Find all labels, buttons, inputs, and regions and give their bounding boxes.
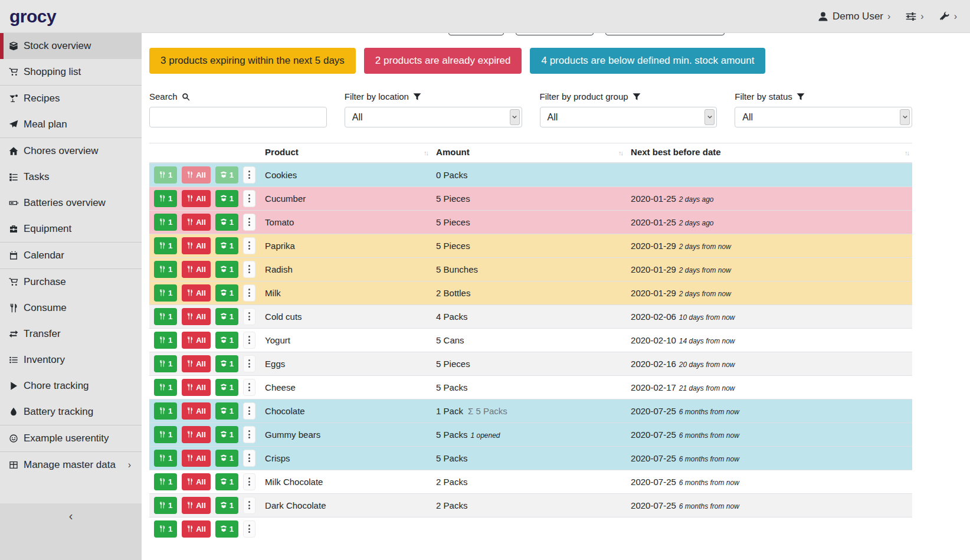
open-one-button[interactable]: 1 xyxy=(215,355,238,372)
open-one-button[interactable]: 1 xyxy=(215,284,238,302)
consume-one-button[interactable]: 1 xyxy=(154,166,177,184)
sidebar-item-recipes[interactable]: Recipes xyxy=(0,86,142,112)
utensils-icon xyxy=(159,266,166,273)
consume-all-button[interactable]: All xyxy=(182,497,211,514)
open-one-button[interactable]: 1 xyxy=(215,214,238,231)
column-header-amount[interactable]: Amount ↑↓ xyxy=(431,143,626,163)
consume-one-button[interactable]: 1 xyxy=(154,379,177,396)
row-menu-button[interactable] xyxy=(243,402,255,420)
row-menu-button[interactable] xyxy=(243,237,255,254)
sidebar-item-battery-tracking[interactable]: Battery tracking xyxy=(0,399,142,425)
consume-one-button[interactable]: 1 xyxy=(154,355,177,372)
open-one-button[interactable]: 1 xyxy=(215,520,238,538)
consume-all-button[interactable]: All xyxy=(182,520,211,538)
sidebar-item-consume[interactable]: Consume xyxy=(0,295,142,321)
row-menu-button[interactable] xyxy=(243,450,255,467)
row-menu-button[interactable] xyxy=(243,355,255,372)
collapse-sidebar-button[interactable]: ‹ xyxy=(61,508,81,524)
expired-banner[interactable]: 2 products are already expired xyxy=(364,48,522,74)
consume-all-button[interactable]: All xyxy=(182,355,211,372)
consume-all-button[interactable]: All xyxy=(182,166,211,184)
user-menu[interactable]: Demo User › xyxy=(818,11,890,22)
consume-one-button[interactable]: 1 xyxy=(154,214,177,231)
sidebar-item-manage-master-data[interactable]: Manage master data› xyxy=(0,452,142,478)
consume-one-button[interactable]: 1 xyxy=(154,426,177,443)
consume-all-button[interactable]: All xyxy=(182,402,211,420)
open-one-button[interactable]: 1 xyxy=(215,237,238,254)
open-one-button[interactable]: 1 xyxy=(215,473,238,490)
consume-one-button[interactable]: 1 xyxy=(154,450,177,467)
consume-one-button[interactable]: 1 xyxy=(154,261,177,278)
search-input[interactable] xyxy=(149,107,327,127)
filter-location-select[interactable]: All xyxy=(345,107,522,127)
app-logo[interactable]: grocy xyxy=(0,6,142,27)
open-one-button[interactable]: 1 xyxy=(215,379,238,396)
row-menu-button[interactable] xyxy=(243,166,255,184)
consume-all-button[interactable]: All xyxy=(182,214,211,231)
sidebar-item-purchase[interactable]: Purchase xyxy=(0,269,142,295)
sidebar-item-meal-plan[interactable]: Meal plan xyxy=(0,112,142,137)
consume-all-button[interactable]: All xyxy=(182,308,211,325)
open-one-button[interactable]: 1 xyxy=(215,450,238,467)
row-menu-button[interactable] xyxy=(243,284,255,302)
consume-one-button[interactable]: 1 xyxy=(154,308,177,325)
consume-one-button[interactable]: 1 xyxy=(154,402,177,420)
consume-one-button[interactable]: 1 xyxy=(154,497,177,514)
row-menu-button[interactable] xyxy=(243,214,255,231)
consume-one-button[interactable]: 1 xyxy=(154,190,177,207)
consume-one-button[interactable]: 1 xyxy=(154,473,177,490)
consume-one-button[interactable]: 1 xyxy=(154,332,177,349)
sidebar-item-calendar[interactable]: Calendar xyxy=(0,243,142,268)
sidebar-item-equipment[interactable]: Equipment xyxy=(0,216,142,242)
row-menu-button[interactable] xyxy=(243,520,255,538)
consume-all-button[interactable]: All xyxy=(182,261,211,278)
settings-menu[interactable]: › xyxy=(906,11,923,22)
row-menu-button[interactable] xyxy=(243,332,255,349)
row-menu-button[interactable] xyxy=(243,497,255,514)
open-one-button[interactable]: 1 xyxy=(215,332,238,349)
row-menu-button[interactable] xyxy=(243,473,255,490)
open-one-button[interactable]: 1 xyxy=(215,497,238,514)
sidebar-item-batteries-overview[interactable]: Batteries overview xyxy=(0,190,142,216)
consume-one-button[interactable]: 1 xyxy=(154,520,177,538)
column-header-next-best-before-date[interactable]: Next best before date ↑↓ xyxy=(626,143,912,163)
row-menu-button[interactable] xyxy=(243,426,255,443)
open-one-button[interactable]: 1 xyxy=(215,426,238,443)
filter-status-select[interactable]: All xyxy=(735,107,912,127)
sidebar-item-label: Manage master data xyxy=(24,459,116,471)
open-one-button[interactable]: 1 xyxy=(215,190,238,207)
consume-all-button[interactable]: All xyxy=(182,332,211,349)
row-menu-button[interactable] xyxy=(243,261,255,278)
open-one-button[interactable]: 1 xyxy=(215,261,238,278)
sidebar-item-transfer[interactable]: Transfer xyxy=(0,321,142,347)
row-menu-button[interactable] xyxy=(243,190,255,207)
consume-one-button[interactable]: 1 xyxy=(154,237,177,254)
sidebar-item-chore-tracking[interactable]: Chore tracking xyxy=(0,373,142,399)
consume-all-button[interactable]: All xyxy=(182,237,211,254)
filter-product-group-select[interactable]: All xyxy=(540,107,717,127)
consume-all-button[interactable]: All xyxy=(182,284,211,302)
sidebar-item-example-userentity[interactable]: Example userentity xyxy=(0,425,142,451)
expiring-banner[interactable]: 3 products expiring within the next 5 da… xyxy=(149,48,356,74)
row-menu-button[interactable] xyxy=(243,308,255,325)
open-one-button[interactable]: 1 xyxy=(215,308,238,325)
admin-menu[interactable]: › xyxy=(939,11,957,22)
consume-one-button[interactable]: 1 xyxy=(154,284,177,302)
sidebar-item-inventory[interactable]: Inventory xyxy=(0,347,142,373)
sidebar-item-chores-overview[interactable]: Chores overview xyxy=(0,138,142,164)
open-one-button[interactable]: 1 xyxy=(215,166,238,184)
column-header-product[interactable]: Product ↑↓ xyxy=(260,143,431,163)
sidebar-item-stock-overview[interactable]: Stock overview xyxy=(0,33,142,59)
sidebar-item-shopping-list[interactable]: Shopping list xyxy=(0,59,142,85)
date-relative: 6 months from now xyxy=(679,408,739,416)
consume-all-button[interactable]: All xyxy=(182,190,211,207)
open-one-button[interactable]: 1 xyxy=(215,402,238,420)
consume-all-button[interactable]: All xyxy=(182,379,211,396)
user-icon xyxy=(818,11,828,22)
below-min-stock-banner[interactable]: 4 products are below defined min. stock … xyxy=(530,48,765,74)
row-menu-button[interactable] xyxy=(243,379,255,396)
sidebar-item-tasks[interactable]: Tasks xyxy=(0,164,142,190)
consume-all-button[interactable]: All xyxy=(182,473,211,490)
consume-all-button[interactable]: All xyxy=(182,450,211,467)
consume-all-button[interactable]: All xyxy=(182,426,211,443)
